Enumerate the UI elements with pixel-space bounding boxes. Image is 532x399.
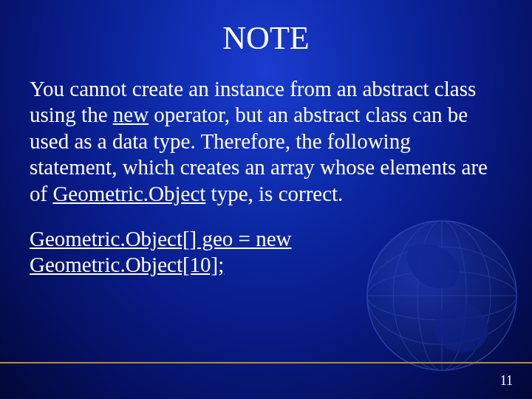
page-number: 11 — [500, 373, 513, 389]
code-line-2: Geometric.Object[10]; — [30, 253, 224, 276]
slide-body: You cannot create an instance from an ab… — [30, 76, 499, 207]
code-line-1: Geometric.Object[] geo = new — [30, 227, 292, 250]
slide: NOTE You cannot create an instance from … — [0, 0, 532, 399]
underline-geometric-object: Geometric.Object — [52, 182, 205, 205]
divider — [0, 362, 532, 364]
code-example: Geometric.Object[] geo = new Geometric.O… — [30, 226, 502, 279]
slide-title: NOTE — [30, 19, 502, 57]
body-text-3: type, is correct. — [205, 182, 343, 205]
underline-new: new — [113, 103, 149, 126]
